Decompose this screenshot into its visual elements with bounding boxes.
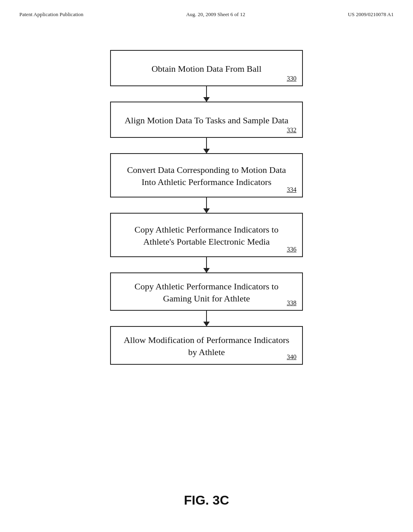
arrow-334-336 [206, 197, 207, 213]
arrow-332-334 [206, 138, 207, 153]
page-header: Patent Application Publication Aug. 20, … [0, 0, 413, 18]
header-right: US 2009/0210078 A1 [348, 11, 394, 18]
flow-box-340: Allow Modification of Performance Indica… [110, 326, 303, 364]
flow-box-336: Copy Athletic Performance Indicators to … [110, 213, 303, 257]
flow-box-338-text: Copy Athletic Performance Indicators to … [121, 281, 292, 304]
flowchart: Obtain Motion Data From Ball 330 Align M… [106, 50, 307, 365]
header-left: Patent Application Publication [19, 11, 83, 18]
flow-box-340-number: 340 [287, 353, 296, 361]
header-center: Aug. 20, 2009 Sheet 6 of 12 [186, 11, 245, 18]
flow-box-334: Convert Data Corresponding to Motion Dat… [110, 153, 303, 197]
flow-box-332: Align Motion Data To Tasks and Sample Da… [110, 102, 303, 138]
flow-box-334-number: 334 [287, 186, 296, 193]
flow-box-334-text: Convert Data Corresponding to Motion Dat… [121, 164, 292, 188]
flow-box-340-text: Allow Modification of Performance Indica… [121, 334, 292, 358]
flow-box-336-text: Copy Athletic Performance Indicators to … [121, 224, 292, 247]
flow-box-330: Obtain Motion Data From Ball 330 [110, 50, 303, 86]
flow-box-332-text: Align Motion Data To Tasks and Sample Da… [125, 114, 288, 127]
arrow-330-332 [206, 86, 207, 102]
flow-box-336-number: 336 [287, 246, 296, 253]
flow-box-338-number: 338 [287, 299, 296, 307]
arrow-338-340 [206, 311, 207, 326]
figure-label: FIG. 3C [184, 493, 229, 508]
flow-box-330-number: 330 [287, 75, 296, 82]
flow-box-332-number: 332 [287, 127, 296, 134]
main-content: Obtain Motion Data From Ball 330 Align M… [0, 18, 413, 365]
flow-box-330-text: Obtain Motion Data From Ball [152, 63, 262, 75]
flow-box-338: Copy Athletic Performance Indicators to … [110, 272, 303, 311]
arrow-336-338 [206, 257, 207, 272]
